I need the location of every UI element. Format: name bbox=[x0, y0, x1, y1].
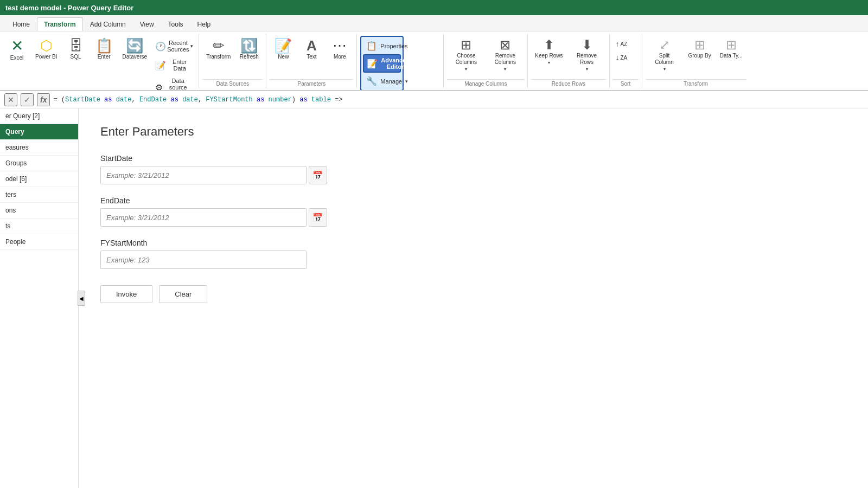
ribbon: ✕ Excel ⬡ Power BI 🗄 SQL 📋 Enter 🔄 Datav… bbox=[0, 31, 868, 91]
enddate-calendar-button[interactable]: 📅 bbox=[309, 208, 327, 227]
keep-rows-arrow: ▾ bbox=[548, 60, 550, 65]
text-label: Text bbox=[307, 54, 316, 60]
startdate-input[interactable] bbox=[100, 166, 307, 184]
sidebar-item-functions[interactable]: ons bbox=[0, 203, 78, 219]
transform-group-label: Transform bbox=[646, 79, 746, 88]
sidebar-container: er Query [2] Query easures Groups odel [… bbox=[0, 108, 79, 488]
fystartmonth-group: FYStartMonth bbox=[100, 239, 846, 269]
remove-columns-arrow: ▾ bbox=[504, 67, 506, 72]
more-label: More bbox=[334, 54, 346, 60]
enter-button[interactable]: 📋 Enter bbox=[91, 36, 118, 63]
data-source-settings-button[interactable]: ⚙ Data source settings bbox=[152, 75, 195, 91]
transform-icon: ✏ bbox=[213, 38, 225, 53]
title-bar: test demo model - Power Query Editor bbox=[0, 0, 868, 15]
group-by-button[interactable]: ⊞ Group By bbox=[685, 36, 715, 62]
advanced-editor-icon: 📝 bbox=[367, 59, 378, 69]
new-param-button[interactable]: 📝 New bbox=[270, 36, 297, 63]
formula-confirm-button[interactable]: ✓ bbox=[21, 93, 34, 106]
invoke-button[interactable]: Invoke bbox=[100, 285, 152, 303]
sort-label: Sort bbox=[613, 79, 639, 88]
remove-columns-icon: ⊠ bbox=[500, 38, 510, 52]
window-title: test demo model - Power Query Editor bbox=[5, 4, 133, 12]
more-icon: ⋯ bbox=[333, 38, 347, 53]
startdate-group: StartDate 📅 bbox=[100, 154, 846, 184]
tab-help[interactable]: Help bbox=[190, 17, 218, 31]
recent-sources-button[interactable]: 🕐 Recent Sources ▾ bbox=[152, 37, 195, 55]
sql-button[interactable]: 🗄 SQL bbox=[62, 36, 90, 63]
manage-button[interactable]: 🔧 Manage ▾ bbox=[363, 74, 401, 88]
ribbon-group-data-sources: ✏ Transform 🔃 Refresh Data Sources bbox=[199, 34, 266, 88]
remove-rows-label: Remove Rows bbox=[572, 53, 602, 66]
remove-rows-arrow: ▾ bbox=[586, 67, 588, 72]
keep-rows-button[interactable]: ⬆ Keep Rows ▾ bbox=[531, 36, 566, 68]
powerbi-button[interactable]: ⬡ Power BI bbox=[31, 36, 61, 63]
transform-btn[interactable]: ✏ Transform bbox=[202, 36, 234, 63]
sidebar-item-measures[interactable]: easures bbox=[0, 140, 78, 156]
sidebar-item-ts[interactable]: ts bbox=[0, 219, 78, 234]
fystartmonth-input[interactable] bbox=[100, 251, 307, 269]
enter-params-title: Enter Parameters bbox=[100, 125, 846, 139]
sidebar-collapse-button[interactable]: ◀ bbox=[78, 291, 85, 306]
formula-cancel-button[interactable]: ✕ bbox=[4, 93, 17, 106]
data-type-button[interactable]: ⊞ Data Ty... bbox=[716, 36, 746, 62]
formula-fx-button[interactable]: fx bbox=[37, 93, 50, 106]
dataverse-button[interactable]: 🔄 Dataverse bbox=[119, 36, 151, 63]
data-sources-buttons: ✏ Transform 🔃 Refresh bbox=[202, 36, 263, 79]
split-column-icon: ⤢ bbox=[659, 38, 670, 52]
clear-button[interactable]: Clear bbox=[159, 285, 207, 303]
sort-asc-button[interactable]: ↑ AZ bbox=[613, 38, 637, 50]
formula-paren-open: ( bbox=[61, 96, 65, 104]
remove-columns-button[interactable]: ⊠ Remove Columns ▾ bbox=[486, 36, 524, 74]
startdate-calendar-button[interactable]: 📅 bbox=[309, 166, 327, 184]
settings-icon: ⚙ bbox=[155, 82, 163, 92]
advanced-editor-button[interactable]: 📝 Advanced Editor bbox=[363, 54, 401, 73]
fystartmonth-label: FYStartMonth bbox=[100, 239, 846, 247]
dataverse-icon: 🔄 bbox=[126, 38, 143, 53]
remove-rows-button[interactable]: ⬇ Remove Rows ▾ bbox=[568, 36, 606, 74]
sidebar-item-other-query[interactable]: er Query [2] bbox=[0, 108, 78, 124]
tab-add-column[interactable]: Add Column bbox=[83, 17, 133, 31]
refresh-button[interactable]: 🔃 Refresh bbox=[235, 36, 263, 63]
enter-data-icon: 📝 bbox=[155, 60, 166, 70]
tab-view[interactable]: View bbox=[133, 17, 161, 31]
arrow-icon: ▾ bbox=[190, 43, 193, 49]
ribbon-tabs: Home Transform Add Column View Tools Hel… bbox=[0, 15, 868, 31]
more-button[interactable]: ⋯ More bbox=[326, 36, 353, 63]
properties-button[interactable]: 📋 Properties bbox=[363, 38, 401, 53]
excel-button[interactable]: ✕ Excel bbox=[3, 36, 30, 64]
split-column-button[interactable]: ⤢ Split Column ▾ bbox=[646, 36, 684, 74]
sidebar-item-params[interactable]: ters bbox=[0, 187, 78, 203]
sidebar-item-groups[interactable]: Groups bbox=[0, 156, 78, 171]
startdate-input-row: 📅 bbox=[100, 166, 846, 184]
group-by-icon: ⊞ bbox=[694, 38, 705, 52]
formula-equals: = bbox=[53, 96, 61, 104]
split-column-label: Split Column bbox=[649, 53, 680, 66]
recent-sources-label: Recent Sources bbox=[167, 40, 189, 53]
formula-startdate: StartDate bbox=[65, 96, 100, 104]
formula-bar: ✕ ✓ fx = (StartDate as date, EndDate as … bbox=[0, 91, 868, 108]
refresh-label: Refresh bbox=[240, 54, 259, 60]
enddate-input[interactable] bbox=[100, 208, 307, 227]
text-button[interactable]: A Text bbox=[298, 36, 325, 63]
sidebar: er Query [2] Query easures Groups odel [… bbox=[0, 108, 79, 488]
sort-desc-button[interactable]: ↓ ZA bbox=[613, 52, 637, 63]
excel-label: Excel bbox=[10, 55, 23, 61]
powerbi-label: Power BI bbox=[35, 54, 58, 60]
main-area: er Query [2] Query easures Groups odel [… bbox=[0, 108, 868, 488]
sidebar-item-people[interactable]: People bbox=[0, 234, 78, 250]
tab-home[interactable]: Home bbox=[5, 17, 37, 31]
ribbon-group-parameters: 📝 New A Text ⋯ More Parameters bbox=[266, 34, 357, 88]
sql-icon: 🗄 bbox=[69, 38, 83, 53]
ribbon-group-new-query: ✕ Excel ⬡ Power BI 🗄 SQL 📋 Enter 🔄 Datav… bbox=[0, 34, 199, 88]
new-param-icon: 📝 bbox=[275, 38, 292, 53]
sidebar-item-query[interactable]: Query bbox=[0, 124, 78, 140]
choose-columns-button[interactable]: ⊞ Choose Columns ▾ bbox=[447, 36, 485, 74]
enter-data-button[interactable]: 📝 Enter Data bbox=[152, 56, 195, 74]
enddate-group: EndDate 📅 bbox=[100, 196, 846, 227]
tab-transform[interactable]: Transform bbox=[37, 17, 83, 31]
sidebar-item-model[interactable]: odel [6] bbox=[0, 171, 78, 187]
tab-tools[interactable]: Tools bbox=[161, 17, 190, 31]
text-icon: A bbox=[307, 38, 317, 53]
new-query-buttons: ✕ Excel ⬡ Power BI 🗄 SQL 📋 Enter 🔄 Datav… bbox=[3, 36, 195, 91]
sort-az-icon: AZ bbox=[621, 41, 628, 47]
